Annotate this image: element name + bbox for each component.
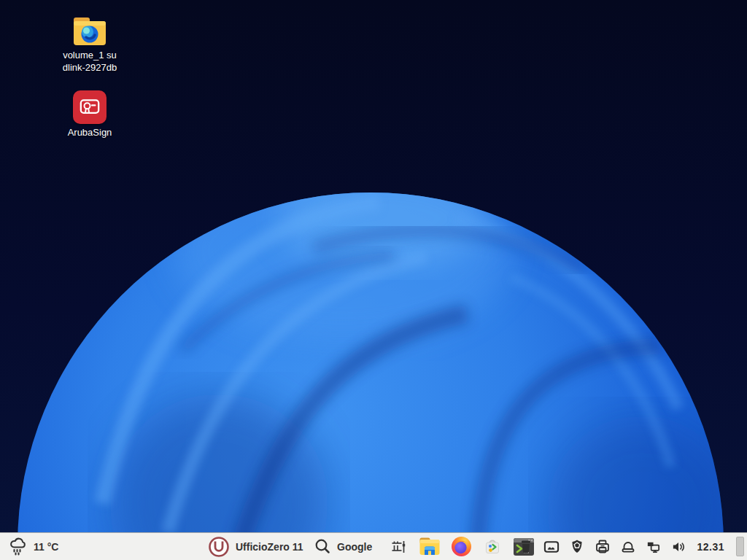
launcher-file-manager[interactable] — [418, 534, 441, 559]
launcher-software-store[interactable] — [481, 534, 504, 559]
workspace-switcher-icon — [390, 538, 407, 556]
system-tray: 12.31 — [518, 533, 744, 560]
ufficiozero-logo-icon — [208, 536, 230, 558]
clock[interactable]: 12.31 — [697, 541, 724, 553]
certificate-icon — [75, 93, 104, 122]
trash-icon — [519, 539, 533, 555]
printer-icon — [595, 539, 611, 554]
disk-icon — [620, 540, 636, 554]
app-menu-label: UfficioZero 11 — [236, 541, 303, 553]
printer-applet[interactable] — [595, 534, 611, 559]
shield-icon — [570, 539, 584, 554]
show-desktop-button[interactable] — [736, 537, 744, 556]
network-folder-icon — [72, 16, 107, 47]
app-menu-button[interactable]: UfficioZero 11 — [208, 533, 303, 560]
desktop-wallpaper — [0, 0, 747, 560]
search-button[interactable]: Google — [314, 533, 372, 560]
image-viewer-icon — [543, 540, 560, 554]
search-label: Google — [337, 541, 372, 553]
disk-applet[interactable] — [620, 534, 636, 559]
rain-cloud-icon — [9, 537, 28, 556]
network-icon — [646, 540, 662, 554]
image-viewer-applet[interactable] — [543, 534, 560, 559]
desktop-icon-label: ArubaSign — [68, 127, 112, 139]
taskbar: 11 °C UfficioZero 11 Google — [0, 532, 747, 560]
volume-icon — [671, 540, 687, 554]
weather-widget[interactable]: 11 °C — [9, 533, 58, 560]
weather-temperature: 11 °C — [34, 541, 58, 553]
network-applet[interactable] — [646, 534, 662, 559]
taskbar-launchers — [387, 533, 535, 560]
launcher-firefox[interactable] — [449, 534, 473, 559]
file-manager-icon — [419, 537, 441, 556]
desktop-icon-label: volume_1 su dlink-2927db — [63, 50, 117, 74]
volume-applet[interactable] — [671, 534, 687, 559]
desktop-icon-network-volume[interactable]: volume_1 su dlink-2927db — [50, 16, 130, 74]
search-icon — [314, 538, 331, 555]
launcher-workspace-switcher[interactable] — [387, 534, 410, 559]
arubasign-app-icon — [73, 90, 107, 124]
software-store-icon — [482, 537, 503, 557]
firefox-icon — [451, 536, 472, 557]
trash-applet[interactable] — [518, 534, 534, 559]
desktop-icon-arubasign[interactable]: ArubaSign — [50, 90, 130, 139]
security-shield-applet[interactable] — [569, 534, 585, 559]
